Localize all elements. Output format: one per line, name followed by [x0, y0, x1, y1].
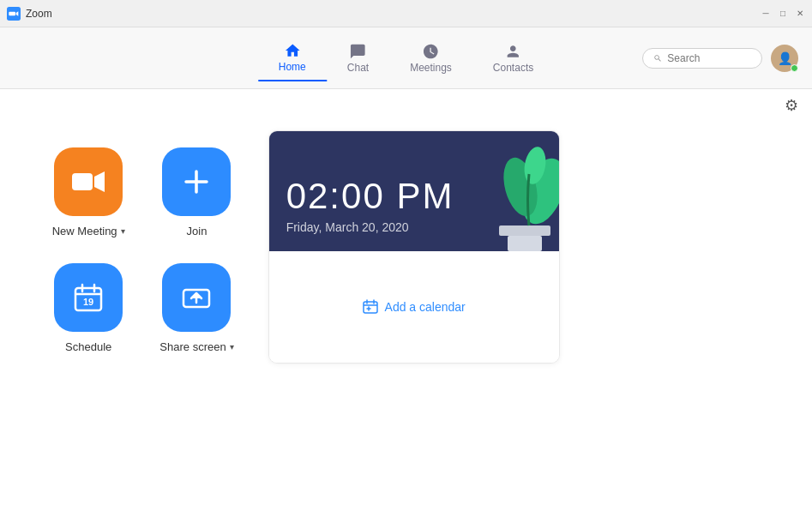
close-button[interactable]: ✕	[795, 9, 805, 19]
clock-text: 02:00 PM Friday, March 20, 2020	[286, 176, 454, 234]
add-calendar-button[interactable]: Add a calendar	[363, 299, 466, 315]
maximize-button[interactable]: □	[778, 9, 788, 19]
search-icon	[653, 53, 662, 63]
join-label: Join	[187, 225, 208, 237]
plant-decoration	[473, 140, 559, 251]
schedule-label: Schedule	[65, 340, 111, 353]
meetings-icon	[423, 43, 440, 60]
tab-meetings-label: Meetings	[410, 62, 452, 74]
window-controls: ─ □ ✕	[761, 9, 805, 19]
actions-grid: New Meeting ▾ Join 19	[51, 130, 234, 364]
tab-chat[interactable]: Chat	[327, 36, 389, 81]
search-box[interactable]	[642, 48, 762, 69]
tab-home-label: Home	[279, 61, 306, 73]
tab-chat-label: Chat	[347, 62, 369, 74]
new-meeting-label: New Meeting ▾	[52, 225, 125, 237]
calendar-body: Add a calendar	[269, 251, 559, 363]
chat-icon	[349, 43, 366, 60]
contacts-icon	[505, 43, 522, 60]
schedule-item[interactable]: 19 Schedule	[51, 263, 125, 353]
svg-rect-10	[364, 302, 377, 313]
plus-icon	[183, 168, 210, 195]
nav-tabs: Home Chat Meetings Contacts	[258, 35, 554, 81]
svg-rect-1	[72, 173, 93, 190]
tab-meetings[interactable]: Meetings	[389, 36, 472, 81]
share-screen-item[interactable]: Share screen ▾	[159, 263, 233, 353]
app-title: Zoom	[26, 8, 761, 20]
tab-contacts[interactable]: Contacts	[472, 36, 554, 81]
svg-rect-5	[499, 225, 550, 236]
settings-icon[interactable]: ⚙	[785, 96, 798, 115]
settings-bar: ⚙	[0, 89, 812, 122]
add-calendar-label: Add a calendar	[385, 300, 466, 314]
navbar: Home Chat Meetings Contacts	[0, 27, 812, 89]
search-input[interactable]	[667, 52, 751, 64]
share-screen-icon	[181, 282, 212, 313]
calendar-add-icon	[363, 299, 378, 315]
join-button[interactable]	[162, 147, 231, 216]
main-content: New Meeting ▾ Join 19	[0, 122, 812, 381]
home-icon	[284, 42, 301, 59]
nav-right: 👤	[642, 45, 798, 72]
calendar-widget: 02:00 PM Friday, March 20, 2020	[268, 130, 560, 364]
new-meeting-item[interactable]: New Meeting ▾	[51, 147, 125, 237]
tab-home[interactable]: Home	[258, 35, 327, 81]
minimize-button[interactable]: ─	[761, 9, 771, 19]
join-item[interactable]: Join	[159, 147, 233, 237]
zoom-logo-icon	[7, 7, 21, 21]
calendar-icon: 19	[73, 282, 104, 313]
svg-text:19: 19	[83, 297, 93, 307]
tab-contacts-label: Contacts	[493, 62, 533, 74]
clock-date: Friday, March 20, 2020	[286, 220, 454, 234]
clock-header: 02:00 PM Friday, March 20, 2020	[269, 131, 559, 251]
online-status-dot	[791, 64, 798, 72]
titlebar: Zoom ─ □ ✕	[0, 0, 812, 27]
share-screen-label: Share screen ▾	[159, 340, 233, 353]
svg-rect-6	[508, 236, 542, 251]
schedule-button[interactable]: 19	[54, 263, 123, 332]
share-screen-chevron: ▾	[230, 342, 234, 352]
new-meeting-button[interactable]	[54, 147, 123, 216]
avatar[interactable]: 👤	[771, 45, 798, 72]
clock-time: 02:00 PM	[286, 176, 454, 217]
new-meeting-chevron: ▾	[121, 226, 125, 236]
share-screen-button[interactable]	[162, 263, 231, 332]
video-camera-icon	[72, 170, 105, 194]
